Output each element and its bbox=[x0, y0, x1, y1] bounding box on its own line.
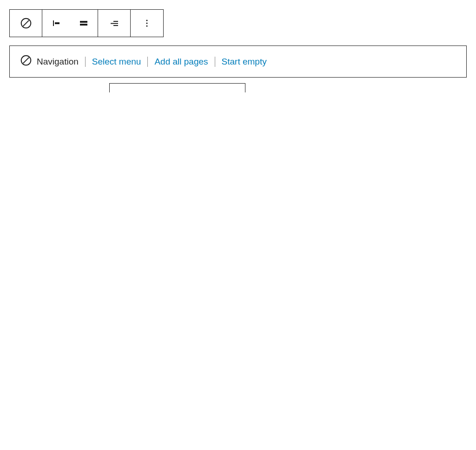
more-options-button[interactable] bbox=[131, 10, 163, 37]
svg-rect-7 bbox=[80, 24, 87, 26]
align-left-icon bbox=[51, 18, 62, 29]
svg-rect-5 bbox=[55, 22, 60, 24]
align-left-button[interactable] bbox=[42, 10, 70, 37]
menus-heading: MENUS bbox=[110, 91, 245, 92]
svg-rect-6 bbox=[80, 21, 87, 23]
justify-button[interactable] bbox=[98, 10, 130, 37]
navigation-placeholder: Navigation Select menu Add all pages Sta… bbox=[9, 46, 467, 78]
svg-point-2 bbox=[23, 25, 24, 26]
svg-line-15 bbox=[24, 58, 29, 63]
separator bbox=[147, 57, 148, 67]
svg-point-3 bbox=[28, 20, 29, 21]
align-center-icon bbox=[78, 18, 89, 29]
justify-icon bbox=[109, 18, 120, 29]
select-menu-button[interactable]: Select menu bbox=[92, 57, 141, 67]
more-vertical-icon bbox=[141, 18, 152, 29]
svg-rect-10 bbox=[113, 25, 118, 26]
svg-point-17 bbox=[28, 58, 29, 59]
block-toolbar bbox=[9, 9, 164, 37]
svg-rect-8 bbox=[113, 21, 118, 22]
navigation-icon bbox=[20, 54, 32, 69]
svg-line-1 bbox=[23, 21, 28, 26]
navigation-icon bbox=[20, 17, 32, 29]
svg-point-13 bbox=[146, 25, 147, 26]
placeholder-title: Navigation bbox=[37, 57, 79, 67]
separator bbox=[85, 57, 86, 67]
svg-point-16 bbox=[23, 62, 24, 63]
svg-point-12 bbox=[146, 22, 147, 24]
svg-rect-9 bbox=[111, 23, 118, 24]
svg-point-11 bbox=[146, 20, 147, 21]
block-type-button[interactable] bbox=[10, 10, 42, 37]
svg-rect-4 bbox=[53, 20, 54, 26]
separator bbox=[215, 57, 215, 67]
add-all-pages-button[interactable]: Add all pages bbox=[154, 57, 208, 67]
start-empty-button[interactable]: Start empty bbox=[222, 57, 267, 67]
align-center-button[interactable] bbox=[70, 10, 98, 37]
select-menu-dropdown: MENUS Navigation 6Navigation 5Navigation… bbox=[109, 83, 245, 92]
